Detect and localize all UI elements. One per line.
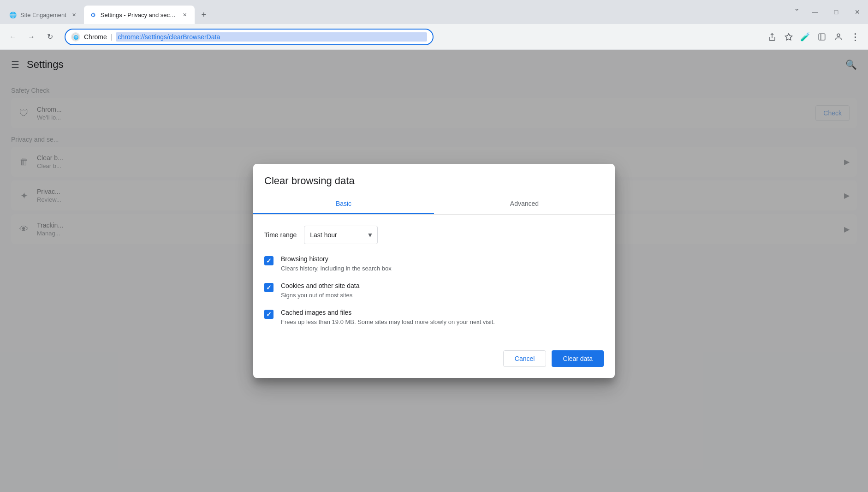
tab-site-engagement[interactable]: 🌐 Site Engagement ✕ xyxy=(4,6,84,24)
sidebar-button[interactable] xyxy=(814,30,829,44)
dialog-footer: Cancel Clear data xyxy=(253,347,615,378)
menu-button[interactable]: ⋮ xyxy=(848,30,862,44)
tab-close-settings[interactable]: ✕ xyxy=(181,11,189,19)
cookies-title: Cookies and other site data xyxy=(281,282,604,289)
minimize-button[interactable]: — xyxy=(804,5,826,19)
browsing-history-text: Browsing history Clears history, includi… xyxy=(281,255,604,273)
back-button[interactable]: ← xyxy=(6,30,20,44)
new-tab-button[interactable]: + xyxy=(196,7,211,22)
cookies-checkbox[interactable]: ✓ xyxy=(264,283,273,292)
browsing-history-title: Browsing history xyxy=(281,255,604,263)
maximize-button[interactable]: □ xyxy=(826,5,847,19)
address-bar-url[interactable]: chrome://settings/clearBrowserData xyxy=(116,32,427,42)
time-range-select[interactable]: Last hour Last 24 hours Last 7 days Last… xyxy=(304,226,378,244)
share-button[interactable] xyxy=(765,30,779,44)
dialog-tabs: Basic Advanced xyxy=(253,194,615,215)
svg-rect-4 xyxy=(819,34,825,40)
tab-title-site-engagement: Site Engagement xyxy=(20,12,66,18)
bookmark-button[interactable] xyxy=(781,30,796,44)
time-range-select-wrapper: Last hour Last 24 hours Last 7 days Last… xyxy=(304,226,378,244)
cancel-button[interactable]: Cancel xyxy=(503,350,547,367)
toolbar-right: 🧪 ⋮ xyxy=(765,30,862,44)
check-mark: ✓ xyxy=(266,257,272,264)
browsing-history-checkbox-item: ✓ Browsing history Clears history, inclu… xyxy=(264,255,604,273)
reload-button[interactable]: ↻ xyxy=(42,30,57,44)
cached-desc: Frees up less than 19.0 MB. Some sites m… xyxy=(281,318,604,326)
clear-browsing-dialog: Clear browsing data Basic Advanced Time … xyxy=(253,164,615,378)
svg-marker-3 xyxy=(785,33,792,40)
clear-data-button[interactable]: Clear data xyxy=(552,350,604,367)
content-area: ☰ Settings 🔍 Safety Check 🛡 Chrom... We'… xyxy=(0,50,868,492)
toolbar: ← → ↻ 🌐 Chrome | chrome://settings/clear… xyxy=(0,24,868,50)
tab-favicon-settings: ⚙ xyxy=(89,11,97,18)
dialog-title: Clear browsing data xyxy=(253,164,615,187)
tab-close-site-engagement[interactable]: ✕ xyxy=(70,11,78,19)
close-button[interactable]: ✕ xyxy=(847,5,868,19)
tab-advanced[interactable]: Advanced xyxy=(434,194,615,214)
cookies-desc: Signs you out of most sites xyxy=(281,291,604,300)
check-mark: ✓ xyxy=(266,311,272,318)
svg-point-6 xyxy=(837,34,840,36)
tab-settings[interactable]: ⚙ Settings - Privacy and security ✕ xyxy=(84,6,195,24)
dialog-body: Time range Last hour Last 24 hours Last … xyxy=(253,215,615,347)
tab-title-settings: Settings - Privacy and security xyxy=(101,12,177,18)
cookies-text: Cookies and other site data Signs you ou… xyxy=(281,282,604,300)
cached-checkbox-item: ✓ Cached images and files Frees up less … xyxy=(264,309,604,326)
svg-text:🌐: 🌐 xyxy=(73,35,79,40)
cached-text: Cached images and files Frees up less th… xyxy=(281,309,604,326)
cached-checkbox[interactable]: ✓ xyxy=(264,310,273,319)
cached-title: Cached images and files xyxy=(281,309,604,316)
check-mark: ✓ xyxy=(266,284,272,291)
time-range-label: Time range xyxy=(264,231,297,239)
forward-button[interactable]: → xyxy=(24,30,39,44)
profile-button[interactable] xyxy=(831,30,846,44)
tab-favicon-site-engagement: 🌐 xyxy=(9,11,17,18)
time-range-row: Time range Last hour Last 24 hours Last … xyxy=(264,226,604,244)
cookies-checkbox-item: ✓ Cookies and other site data Signs you … xyxy=(264,282,604,300)
tab-basic[interactable]: Basic xyxy=(253,194,434,214)
address-bar-favicon: 🌐 xyxy=(71,32,80,42)
browsing-history-desc: Clears history, including in the search … xyxy=(281,264,604,273)
address-bar-site-name: Chrome xyxy=(84,33,107,41)
modal-overlay: Clear browsing data Basic Advanced Time … xyxy=(0,50,868,492)
extension-button[interactable]: 🧪 xyxy=(798,30,813,44)
browsing-history-checkbox[interactable]: ✓ xyxy=(264,256,273,265)
address-bar[interactable]: 🌐 Chrome | chrome://settings/clearBrowse… xyxy=(65,29,434,45)
browser-frame: ⌄ 🌐 Site Engagement ✕ ⚙ Settings - Priva… xyxy=(0,0,868,492)
tab-scroll-chevron[interactable]: ⌄ xyxy=(794,4,800,12)
